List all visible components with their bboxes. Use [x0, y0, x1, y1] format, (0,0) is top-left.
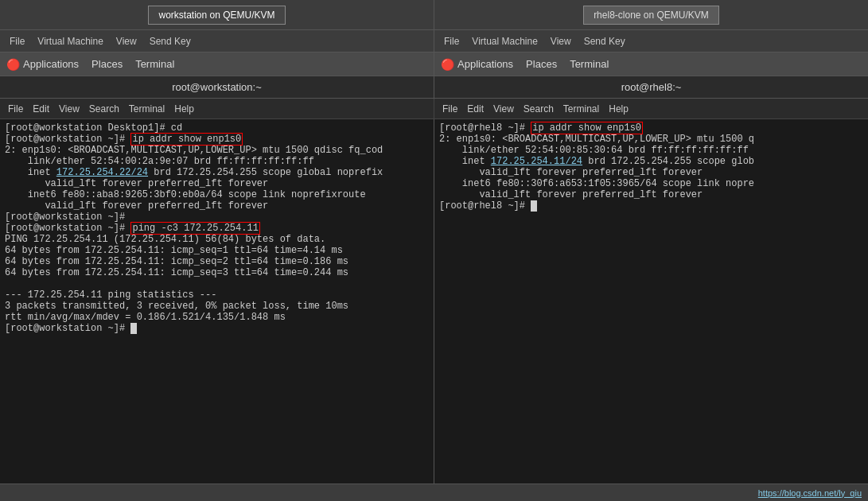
app-bar-applications-label-left: Applications [23, 58, 79, 70]
status-bar: https://blog.csdn.net/ly_qiu [0, 484, 868, 501]
app-bar-terminal-left[interactable]: Terminal [135, 58, 174, 70]
app-window: workstation on QEMU/KVM rhel8-clone on Q… [0, 0, 868, 501]
app-bar-places-right[interactable]: Places [526, 58, 557, 70]
tmenu-terminal-left[interactable]: Terminal [124, 103, 169, 115]
ip-address-right: 172.25.254.11/24 [491, 156, 582, 167]
menu-sendkey-right[interactable]: Send Key [578, 36, 632, 47]
menu-bar: File Virtual Machine View Send Key File … [0, 30, 868, 52]
ip-address-left: 172.25.254.22/24 [56, 167, 148, 178]
terminal-title-left: root@workstation:~ [0, 76, 434, 98]
title-bar: workstation on QEMU/KVM rhel8-clone on Q… [0, 0, 868, 30]
tmenu-terminal-right[interactable]: Terminal [559, 103, 604, 115]
menu-bar-left: File Virtual Machine View Send Key [0, 30, 434, 52]
right-terminal[interactable]: [root@rhel8 ~]# ip addr show enp1s0 2: e… [434, 119, 868, 484]
tmenu-help-right[interactable]: Help [604, 103, 633, 115]
terminals-area: [root@workstation Desktop1]# cd [root@wo… [0, 119, 868, 484]
tmenu-file-left[interactable]: File [3, 103, 28, 115]
menu-view-left[interactable]: View [110, 36, 143, 47]
tmenu-edit-right[interactable]: Edit [462, 103, 488, 115]
app-bar-applications-left[interactable]: 🔴 Applications [6, 58, 79, 71]
app-bar-places-left[interactable]: Places [91, 58, 123, 70]
terminal-title-bar: root@workstation:~ root@rhel8:~ [0, 76, 868, 99]
highlight-ping-command: ping -c3 172.25.254.11 [130, 222, 259, 235]
status-url[interactable]: https://blog.csdn.net/ly_qiu [758, 488, 862, 498]
menu-sendkey-left[interactable]: Send Key [143, 36, 197, 47]
tmenu-file-right[interactable]: File [438, 103, 462, 115]
left-window-title[interactable]: workstation on QEMU/KVM [148, 6, 285, 25]
tmenu-view-right[interactable]: View [488, 103, 519, 115]
menu-vm-right[interactable]: Virtual Machine [465, 36, 544, 47]
menu-view-right[interactable]: View [544, 36, 578, 47]
app-bar-applications-label-right: Applications [457, 58, 513, 70]
tmenu-view-left[interactable]: View [54, 103, 84, 115]
highlight-ip-command-left: ip addr show enp1s0 [130, 133, 243, 146]
tmenu-search-right[interactable]: Search [519, 103, 559, 115]
app-bar: 🔴 Applications Places Terminal 🔴 Applica… [0, 52, 868, 76]
menu-bar-right: File Virtual Machine View Send Key [434, 30, 868, 52]
title-bar-left: workstation on QEMU/KVM [0, 0, 434, 29]
tmenu-help-left[interactable]: Help [169, 103, 199, 115]
terminal-menu-bar: File Edit View Search Terminal Help File… [0, 99, 868, 119]
fedora-icon-right: 🔴 [441, 58, 454, 71]
left-terminal[interactable]: [root@workstation Desktop1]# cd [root@wo… [0, 119, 434, 484]
terminal-menu-left: File Edit View Search Terminal Help [0, 99, 434, 118]
right-terminal-content: [root@rhel8 ~]# ip addr show enp1s0 2: e… [439, 122, 754, 212]
right-window-title[interactable]: rhel8-clone on QEMU/KVM [583, 6, 719, 25]
title-bar-right: rhel8-clone on QEMU/KVM [434, 0, 868, 29]
cursor-right [531, 200, 537, 212]
app-bar-terminal-right[interactable]: Terminal [570, 58, 609, 70]
terminal-title-right: root@rhel8:~ [434, 76, 868, 98]
app-bar-applications-right[interactable]: 🔴 Applications [441, 58, 513, 71]
app-bar-right: 🔴 Applications Places Terminal [434, 52, 868, 76]
menu-file-right[interactable]: File [438, 36, 465, 47]
fedora-icon-left: 🔴 [6, 58, 20, 71]
tmenu-edit-left[interactable]: Edit [28, 103, 54, 115]
menu-vm-left[interactable]: Virtual Machine [31, 36, 110, 47]
menu-file-left[interactable]: File [3, 36, 31, 47]
app-bar-left: 🔴 Applications Places Terminal [0, 52, 434, 76]
terminal-menu-right: File Edit View Search Terminal Help [434, 99, 868, 118]
left-terminal-content: [root@workstation Desktop1]# cd [root@wo… [5, 122, 383, 334]
tmenu-search-left[interactable]: Search [84, 103, 124, 115]
highlight-ip-command-right: ip addr show enp1s0 [531, 122, 643, 134]
cursor-left [130, 323, 137, 334]
